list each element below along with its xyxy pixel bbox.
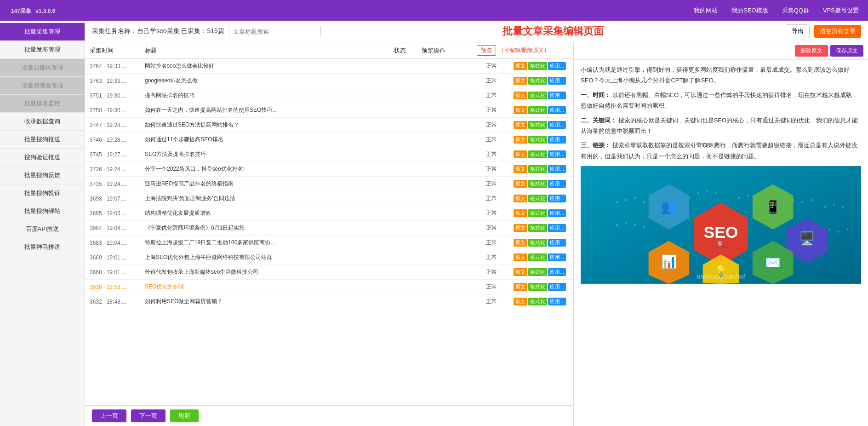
- table-row[interactable]: 3763 · 19:33.... googleseo排名怎么做 正常 原文 格式…: [85, 74, 573, 88]
- main-layout: 批量采集管理 批量发布管理 批量自媒体管理 批量短视频管理 批量排名监控 收录数…: [0, 21, 868, 426]
- table-row[interactable]: 3764 · 19:33.... 网站排名seo怎么做会比较好 正常 原文 格式…: [85, 59, 573, 74]
- sidebar-item-sogou-verify[interactable]: 搜狗验证推送: [0, 149, 85, 167]
- btn-orig-text[interactable]: 原文: [514, 180, 527, 188]
- btn-apply[interactable]: 应用...: [548, 77, 566, 85]
- btn-format[interactable]: 格式化: [528, 165, 547, 173]
- btn-apply[interactable]: 应用...: [548, 121, 566, 129]
- btn-orig-text[interactable]: 原文: [514, 298, 527, 305]
- btn-orig-text[interactable]: 原文: [514, 92, 527, 99]
- btn-format[interactable]: 格式化: [528, 136, 547, 144]
- sidebar-item-record-query[interactable]: 收录数据查询: [0, 113, 85, 131]
- nav-qq-group[interactable]: 采集QQ群: [782, 6, 809, 15]
- btn-format[interactable]: 格式化: [528, 150, 547, 158]
- export-button[interactable]: 导出: [786, 24, 810, 38]
- btn-orig-text[interactable]: 原文: [514, 268, 527, 276]
- btn-apply[interactable]: 应用...: [548, 253, 566, 261]
- btn-orig-text[interactable]: 原文: [514, 165, 527, 173]
- btn-orig-text[interactable]: 原文: [514, 283, 527, 291]
- btn-apply[interactable]: 应用...: [548, 283, 566, 291]
- row-status: 正常: [486, 224, 514, 232]
- table-row[interactable]: 3751 · 19:30.... 提高网站排名的技巧 正常 原文 格式化 应用.…: [85, 88, 573, 103]
- table-row[interactable]: 3684 · 19:04.... 《宁夏优化营商环境条例》6月1日起实施 正常 …: [85, 221, 573, 236]
- header-nav: 我的网站 我的SEO模版 采集QQ群 VPS拨号设置: [694, 6, 859, 15]
- btn-orig-text[interactable]: 原文: [514, 224, 527, 232]
- sidebar-item-shenma-push[interactable]: 批量神马推送: [0, 238, 85, 256]
- btn-format[interactable]: 格式化: [528, 209, 547, 217]
- sidebar-item-baidu-api[interactable]: 百度API推送: [0, 220, 85, 238]
- table-row[interactable]: 3638 · 18:53.... SEO优化的步骤 正常 原文 格式化 应用..…: [85, 280, 573, 294]
- nav-seo-template[interactable]: 我的SEO模版: [731, 6, 768, 15]
- table-row[interactable]: 3698 · 19:07.... 上海法院判决'负面压制业务'合同违法 正常 原…: [85, 191, 573, 206]
- btn-orig-text[interactable]: 原文: [514, 106, 527, 114]
- btn-orig-text[interactable]: 原文: [514, 253, 527, 261]
- btn-format[interactable]: 格式化: [528, 92, 547, 99]
- btn-orig-text[interactable]: 原文: [514, 150, 527, 158]
- table-row[interactable]: 3632 · 18:48.... 如何利用SEO做全网霸屏营销？ 正常 原文 格…: [85, 294, 573, 309]
- clear-all-button[interactable]: 清空所有文章: [814, 25, 861, 38]
- btn-apply[interactable]: 应用...: [548, 239, 566, 247]
- section2-text: 搜索的核心就是关键词，关键词也是SEO的核心，只有通过关键词的优化，我们的信息才…: [581, 117, 858, 134]
- btn-format[interactable]: 格式化: [528, 195, 547, 202]
- btn-apply[interactable]: 应用...: [548, 136, 566, 144]
- btn-apply[interactable]: 应用...: [548, 268, 566, 276]
- btn-apply[interactable]: 应用...: [548, 180, 566, 188]
- sidebar-item-batch-collect[interactable]: 批量采集管理: [0, 23, 85, 41]
- btn-orig-text[interactable]: 原文: [514, 239, 527, 247]
- btn-format[interactable]: 格式化: [528, 62, 547, 70]
- btn-format[interactable]: 格式化: [528, 253, 547, 261]
- table-row[interactable]: 3746 · 19:28.... 如何通过11个步骤提高SEO排名 正常 原文 …: [85, 132, 573, 147]
- btn-format[interactable]: 格式化: [528, 77, 547, 85]
- row-title: 分享一个2022新风口，抖音seo优化排名!: [145, 165, 486, 173]
- btn-format[interactable]: 格式化: [528, 121, 547, 129]
- sidebar: 批量采集管理 批量发布管理 批量自媒体管理 批量短视频管理 批量排名监控 收录数…: [0, 21, 85, 426]
- table-row[interactable]: 3683 · 19:04.... 特斯拉上海超级工厂19日复工推动100多家供应…: [85, 236, 573, 250]
- btn-apply[interactable]: 应用...: [548, 106, 566, 114]
- sidebar-item-batch-sogou-bind[interactable]: 批量搜狗绑站: [0, 202, 85, 220]
- btn-apply[interactable]: 应用...: [548, 298, 566, 305]
- table-row[interactable]: 3750 · 19:30.... 如何在一天之内，快速提高网站排名的使用SEO技…: [85, 103, 573, 118]
- row-title: 外链代发包收录上海新媒体seo牛巨微科技公司: [145, 268, 486, 276]
- btn-apply[interactable]: 应用...: [548, 62, 566, 70]
- table-row[interactable]: 3668 · 19:01.... 外链代发包收录上海新媒体seo牛巨微科技公司 …: [85, 265, 573, 280]
- next-page-button[interactable]: 下一页: [131, 409, 166, 422]
- table-row[interactable]: 3747 · 19:28.... 如何快速通过SEO方法提高网站排名？ 正常 原…: [85, 118, 573, 132]
- nav-vps-settings[interactable]: VPS拨号设置: [823, 6, 859, 15]
- table-row[interactable]: 3669 · 19:01.... 上海SEO优化外包上海牛巨微网络科技有限公司站…: [85, 250, 573, 265]
- nav-my-website[interactable]: 我的网站: [694, 6, 718, 15]
- sidebar-item-batch-publish[interactable]: 批量发布管理: [0, 41, 85, 59]
- delete-original-button[interactable]: 删除原文: [795, 45, 828, 57]
- btn-format[interactable]: 格式化: [528, 268, 547, 276]
- row-title: 如何利用SEO做全网霸屏营销？: [145, 298, 486, 305]
- table-row[interactable]: 3735 · 19:24.... 亚马逊SEO提高产品排名的终极指南 正常 原文…: [85, 177, 573, 191]
- table-row[interactable]: 3685 · 19:05.... 结构调整优化发展提质增效 正常 原文 格式化 …: [85, 206, 573, 221]
- btn-apply[interactable]: 应用...: [548, 92, 566, 99]
- btn-format[interactable]: 格式化: [528, 224, 547, 232]
- sidebar-item-batch-sogou-feedback[interactable]: 批量搜狗反馈: [0, 167, 85, 184]
- btn-orig-text[interactable]: 原文: [514, 136, 527, 144]
- btn-orig-text[interactable]: 原文: [514, 195, 527, 202]
- btn-format[interactable]: 格式化: [528, 106, 547, 114]
- save-original-button[interactable]: 保存原文: [830, 45, 863, 57]
- btn-orig-text[interactable]: 原文: [514, 62, 527, 70]
- btn-format[interactable]: 格式化: [528, 180, 547, 188]
- prev-page-button[interactable]: 上一页: [92, 409, 126, 422]
- search-input[interactable]: [229, 26, 321, 37]
- btn-orig-text[interactable]: 原文: [514, 77, 527, 85]
- btn-format[interactable]: 格式化: [528, 239, 547, 247]
- table-row[interactable]: 3745 · 19:27.... SEO方法及提高排名技巧 正常 原文 格式化 …: [85, 147, 573, 162]
- sidebar-item-batch-sogou-push[interactable]: 批量搜狗推送: [0, 131, 85, 149]
- btn-apply[interactable]: 应用...: [548, 209, 566, 217]
- btn-apply[interactable]: 应用...: [548, 150, 566, 158]
- btn-apply[interactable]: 应用...: [548, 224, 566, 232]
- btn-orig-text[interactable]: 原文: [514, 121, 527, 129]
- row-time: 3735 · 19:24....: [90, 181, 145, 187]
- btn-orig-text[interactable]: 原文: [514, 209, 527, 217]
- row-time: 3685 · 19:05....: [90, 210, 145, 217]
- refresh-button[interactable]: 刷新: [170, 409, 199, 422]
- sidebar-item-batch-sogou-complaint[interactable]: 批量搜狗投诉: [0, 184, 85, 202]
- table-row[interactable]: 3736 · 19:24.... 分享一个2022新风口，抖音seo优化排名! …: [85, 162, 573, 177]
- btn-apply[interactable]: 应用...: [548, 165, 566, 173]
- btn-apply[interactable]: 应用...: [548, 195, 566, 202]
- btn-format[interactable]: 格式化: [528, 283, 547, 291]
- btn-format[interactable]: 格式化: [528, 298, 547, 305]
